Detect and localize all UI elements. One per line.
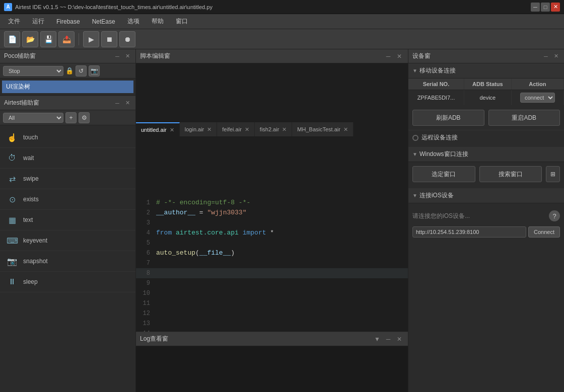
minimize-button[interactable]: ─ [531,3,540,12]
refresh-adb-button[interactable]: 刷新ADB [412,110,484,126]
airtest-item-text[interactable]: ▦ text [0,210,135,230]
menu-run[interactable]: 运行 [26,15,50,28]
ios-help-button[interactable]: ? [549,210,560,221]
poco-dropdown[interactable]: Stop [3,66,63,76]
text-icon: ▦ [6,214,18,226]
touch-icon: ☝ [6,131,18,143]
record-button[interactable]: ⏺ [119,31,135,47]
tab-close-icon[interactable]: ✕ [207,126,212,133]
tab-untitled-air[interactable]: untitled.air ✕ [136,122,180,136]
airtest-item-sleep[interactable]: ⏸ sleep [0,272,135,292]
windows-extra-button[interactable]: ⊞ [546,166,560,182]
tab-close-icon[interactable]: ✕ [282,126,287,133]
poco-minimize-button[interactable]: ─ [113,52,121,60]
table-header-action: Action [511,79,563,90]
tree-item-ui[interactable]: UI渲染树 [2,81,133,93]
touch-label: touch [23,134,38,141]
device-minimize-button[interactable]: ─ [542,52,550,60]
tabs-bar: untitled.air ✕ login.air ✕ feifei.air ✕ … [136,63,408,196]
run-button[interactable]: ▶ [83,31,99,47]
code-line-13: 13 [136,319,408,329]
tab-close-icon[interactable]: ✕ [170,127,174,133]
maximize-button[interactable]: □ [541,3,550,12]
poco-close-button[interactable]: ✕ [123,52,131,60]
device-action[interactable]: connect [511,90,563,106]
remote-connection-row: 远程设备连接 [408,130,564,145]
device-close-button[interactable]: ✕ [552,52,560,60]
tree-item-label: UI渲染树 [6,83,30,91]
device-panel-controls: ─ ✕ [542,52,560,60]
exists-label: exists [23,196,39,203]
airtest-add-button[interactable]: + [65,112,77,123]
main-layout: Poco辅助窗 ─ ✕ Stop 🔒 ↺ 📷 UI渲染树 [0,49,564,392]
remote-label: 远程设备连接 [421,133,458,142]
keyevent-icon: ⌨ [6,234,18,247]
log-area: Log查看窗 ▼ ─ ✕ [136,332,408,392]
poco-refresh-button[interactable]: ↺ [76,65,87,76]
tab-label: fish2.air [260,126,279,132]
log-minimize-button[interactable]: ─ [384,335,393,344]
ios-section-title: ▼ 连接iOS设备 [408,188,564,203]
menu-netease[interactable]: NetEase [86,16,121,27]
windows-triangle-icon: ▼ [412,151,417,157]
menu-firebase[interactable]: Firebase [50,16,86,27]
airtest-item-keyevent[interactable]: ⌨ keyevent [0,230,135,251]
airtest-item-exists[interactable]: ⊙ exists [0,189,135,210]
editor-area: 脚本编辑窗 ─ ✕ untitled.air ✕ login.air ✕ fei… [136,49,408,332]
stop-button[interactable]: ⏹ [101,31,117,47]
export-button[interactable]: 📤 [58,31,75,47]
editor-header-controls: ─ ✕ [384,52,404,61]
right-panel: 设备窗 ─ ✕ ▼ 移动设备连接 Serial NO. ADB Status A… [408,49,564,392]
airtest-minimize-button[interactable]: ─ [113,99,121,107]
new-file-button[interactable]: 📄 [4,31,20,47]
ios-connect-button[interactable]: Connect [528,226,560,238]
menu-options[interactable]: 选项 [121,15,146,28]
close-button[interactable]: ✕ [551,3,560,12]
tab-close-icon[interactable]: ✕ [245,126,249,133]
menu-file[interactable]: 文件 [2,15,26,28]
airtest-settings-button[interactable]: ⚙ [79,112,90,123]
airtest-close-button[interactable]: ✕ [123,99,131,107]
airtest-item-wait[interactable]: ⏱ wait [0,148,135,169]
tab-mh-basic-test-air[interactable]: MH_BasicTest.air ✕ [292,122,354,136]
tab-login-air[interactable]: login.air ✕ [180,122,218,136]
airtest-toolbar: All + ⚙ [0,110,135,125]
airtest-dropdown[interactable]: All [3,113,63,123]
save-button[interactable]: 💾 [40,31,56,47]
app-icon: A [4,3,12,11]
open-folder-button[interactable]: 📂 [22,31,38,47]
search-window-button[interactable]: 搜索窗口 [479,166,542,182]
editor-minimize-button[interactable]: ─ [384,52,393,61]
code-line-12: 12 [136,308,408,319]
tab-close-icon[interactable]: ✕ [343,126,348,133]
tab-fish2-air[interactable]: fish2.air ✕ [255,122,293,136]
log-filter-button[interactable]: ▼ [373,335,382,344]
log-close-button[interactable]: ✕ [395,335,404,344]
poco-screenshot-button[interactable]: 📷 [89,65,100,76]
editor-close-button[interactable]: ✕ [395,52,404,61]
ios-url-input[interactable] [412,226,526,238]
airtest-item-swipe[interactable]: ⇄ swipe [0,169,135,189]
keyevent-label: keyevent [23,237,47,244]
menu-window[interactable]: 窗口 [170,15,194,28]
airtest-item-snapshot[interactable]: 📷 snapshot [0,251,135,272]
device-row: ZPFABE5DI7... device connect [408,90,564,106]
wait-label: wait [23,154,34,162]
device-connect-dropdown[interactable]: connect [520,93,555,103]
code-line-6: 6 auto_setup(__file__) [136,248,408,258]
restart-adb-button[interactable]: 重启ADB [488,110,560,126]
tab-feifei-air[interactable]: feifei.air ✕ [217,122,255,136]
code-editor[interactable]: 1 # -*- encoding=utf-8 -*- 2 __author__ … [136,196,408,332]
ios-section: 请连接您的iOS设备... ? Connect [408,203,564,244]
airtest-item-touch[interactable]: ☝ touch [0,127,135,148]
code-line-11: 11 [136,298,408,308]
swipe-label: swipe [23,175,39,182]
tab-label: feifei.air [222,126,242,132]
ios-triangle-icon: ▼ [412,193,417,198]
tab-label: login.air [185,126,204,132]
airtest-title: Airtest辅助窗 [4,99,39,107]
menu-help[interactable]: 帮助 [146,15,170,28]
poco-panel-controls: ─ ✕ [113,52,131,60]
select-window-button[interactable]: 选定窗口 [412,166,475,182]
remote-radio[interactable] [412,135,418,141]
